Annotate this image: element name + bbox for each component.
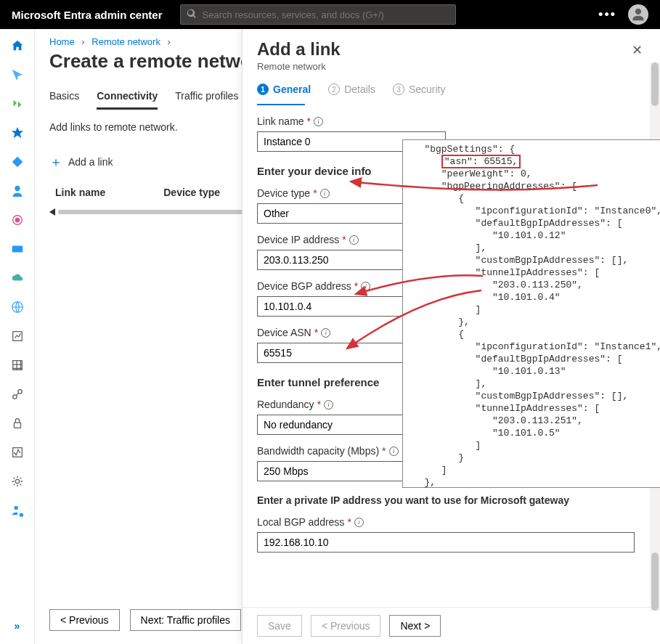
product-title: Microsoft Entra admin center	[12, 9, 163, 21]
settings-icon[interactable]	[11, 475, 24, 488]
main: Home › Remote network › Create a remote …	[35, 29, 660, 644]
avatar[interactable]	[628, 4, 648, 25]
step-details[interactable]: 2Details	[328, 83, 375, 95]
svg-rect-8	[14, 423, 20, 428]
close-icon[interactable]: ✕	[629, 39, 645, 61]
panel-subtitle: Remote network	[257, 61, 341, 72]
prev-button[interactable]: < Previous	[49, 609, 120, 631]
home-icon[interactable]	[11, 39, 24, 52]
activity-icon[interactable]	[11, 446, 24, 459]
section-gateway: Enter a private IP address you want to u…	[257, 494, 645, 506]
tools-icon[interactable]	[11, 97, 24, 110]
info-icon[interactable]: i	[349, 235, 359, 245]
panel-footer: Save < Previous Next >	[243, 607, 660, 644]
panel-next-button[interactable]: Next >	[389, 615, 441, 637]
leftnav: »	[0, 29, 35, 644]
breadcrumb-home[interactable]: Home	[49, 36, 75, 47]
info-icon[interactable]: i	[321, 328, 330, 338]
next-button[interactable]: Next: Traffic profiles	[130, 609, 241, 631]
link-icon[interactable]	[11, 388, 24, 401]
info-icon[interactable]: i	[320, 189, 330, 198]
page-footer-buttons: < Previous Next: Traffic profiles	[49, 609, 241, 631]
scroll-left-icon[interactable]	[49, 208, 55, 216]
tab-connectivity[interactable]: Connectivity	[97, 84, 158, 110]
info-icon[interactable]: i	[314, 117, 323, 126]
circle-icon[interactable]	[11, 213, 24, 227]
save-button: Save	[257, 615, 302, 637]
local-bgp-input[interactable]	[257, 532, 635, 553]
info-icon[interactable]: i	[354, 518, 364, 527]
panel-title: Add a link	[257, 39, 341, 60]
breadcrumb-remote[interactable]: Remote network	[91, 36, 160, 47]
svg-point-1	[15, 218, 19, 221]
search-input[interactable]	[203, 9, 449, 20]
person-cog-icon[interactable]	[11, 504, 24, 517]
add-link-label: Add a link	[68, 156, 113, 168]
expand-icon[interactable]: »	[11, 619, 24, 632]
svg-point-10	[15, 479, 19, 483]
tab-basics[interactable]: Basics	[49, 84, 79, 110]
info-icon[interactable]: i	[389, 447, 399, 456]
col-link-name: Link name	[55, 187, 105, 198]
diamond-icon[interactable]	[11, 155, 24, 168]
favorites-icon[interactable]	[11, 126, 24, 139]
topbar: Microsoft Entra admin center •••	[0, 0, 660, 29]
pin-icon[interactable]	[11, 68, 24, 81]
cloud-icon[interactable]	[11, 272, 24, 285]
card-icon[interactable]	[11, 242, 24, 256]
info-icon[interactable]: i	[361, 282, 370, 291]
svg-rect-2	[12, 246, 22, 253]
plus-icon: ＋	[49, 153, 62, 171]
globe-icon[interactable]	[11, 301, 24, 314]
search-box[interactable]	[180, 4, 456, 25]
panel-prev-button: < Previous	[311, 615, 381, 637]
info-icon[interactable]: i	[324, 400, 333, 409]
step-general[interactable]: 1General	[257, 83, 311, 95]
add-link-button[interactable]: ＋ Add a link	[49, 153, 113, 171]
lock-icon[interactable]	[11, 417, 24, 430]
wizard-steps: 1General 2Details 3Security	[243, 76, 660, 105]
col-device-type: Device type	[163, 187, 220, 198]
search-icon	[187, 9, 197, 21]
tab-profiles[interactable]: Traffic profiles	[175, 84, 238, 110]
chart-icon[interactable]	[11, 330, 24, 343]
grid-icon[interactable]	[11, 359, 24, 372]
user-icon[interactable]	[11, 184, 24, 197]
step-security[interactable]: 3Security	[393, 83, 446, 95]
more-icon[interactable]: •••	[598, 7, 616, 23]
json-overlay: "bgpSettings": { "asn": 65515, "peerWeig…	[402, 139, 660, 488]
